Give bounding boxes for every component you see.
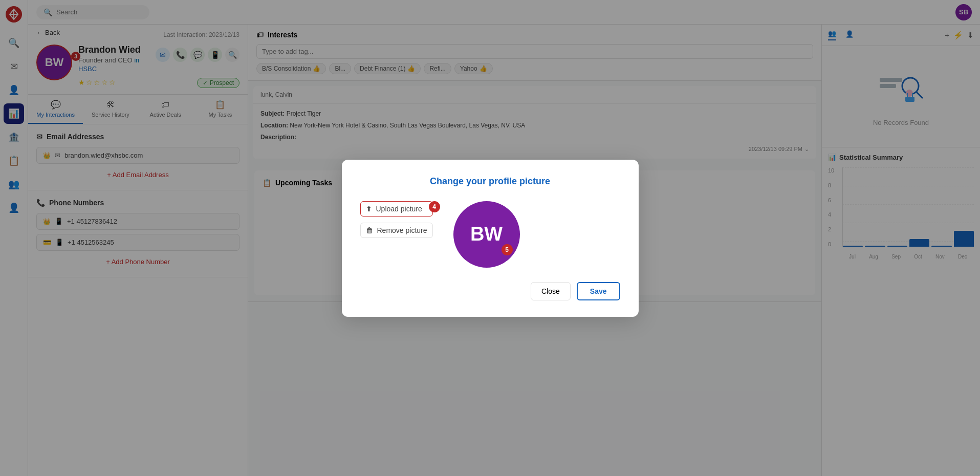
modal-body: ⬆ Upload picture 🗑 Remove picture 4 BW 5 [360, 201, 620, 268]
upload-picture-button[interactable]: ⬆ Upload picture [360, 201, 433, 217]
modal-overlay[interactable]: Change your profile picture ⬆ Upload pic… [0, 0, 980, 476]
modal-actions: ⬆ Upload picture 🗑 Remove picture [360, 201, 433, 238]
modal-avatar-preview: BW 5 [453, 201, 520, 268]
modal-footer: Close Save [360, 282, 620, 300]
modal-avatar: BW [453, 201, 520, 268]
change-profile-modal: Change your profile picture ⬆ Upload pic… [342, 160, 639, 317]
step-5-badge: 5 [502, 244, 513, 255]
save-modal-button[interactable]: Save [577, 282, 620, 300]
modal-title: Change your profile picture [360, 176, 620, 187]
close-modal-button[interactable]: Close [531, 282, 571, 300]
remove-picture-button[interactable]: 🗑 Remove picture [360, 223, 433, 238]
step-4-badge: 4 [429, 201, 440, 212]
trash-icon: 🗑 [366, 226, 373, 234]
upload-icon: ⬆ [366, 205, 372, 213]
